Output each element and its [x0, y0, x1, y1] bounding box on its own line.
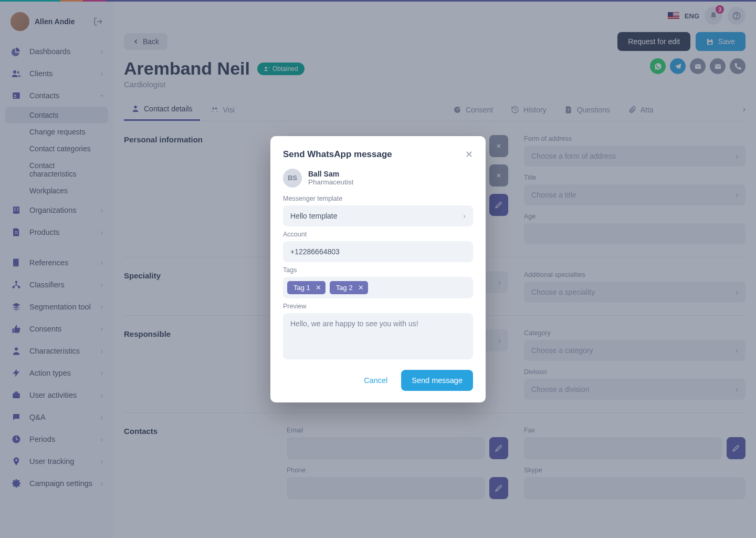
tag-remove-icon[interactable]: ✕	[316, 284, 321, 292]
template-select[interactable]: Hello template ›	[283, 205, 473, 226]
modal-title: Send WhatsApp message	[283, 149, 392, 160]
account-label: Account	[283, 231, 473, 238]
template-value: Hello template	[290, 212, 338, 220]
tag-chip: Tag 2✕	[330, 281, 368, 294]
send-message-button[interactable]: Send message	[401, 370, 473, 391]
tags-label: Tags	[283, 266, 473, 274]
preview-label: Preview	[283, 303, 473, 310]
tag-chip: Tag 1✕	[287, 281, 326, 294]
preview-text: Hello, we are happy to see you with us!	[283, 313, 473, 359]
send-whatsapp-modal: Send WhatsApp message ✕ BS Ball Sam Phar…	[270, 136, 486, 402]
template-label: Messenger template	[283, 195, 473, 202]
cancel-button[interactable]: Cancel	[354, 370, 397, 391]
modal-user-avatar: BS	[283, 169, 302, 188]
tags-box[interactable]: Tag 1✕ Tag 2✕	[283, 277, 473, 298]
modal-overlay[interactable]: Send WhatsApp message ✕ BS Ball Sam Phar…	[0, 0, 756, 538]
modal-user-name: Ball Sam	[308, 170, 353, 178]
account-input[interactable]	[283, 241, 473, 262]
close-icon[interactable]: ✕	[465, 149, 473, 160]
tag-remove-icon[interactable]: ✕	[358, 284, 364, 292]
modal-user-role: Pharmaceutist	[308, 178, 353, 186]
